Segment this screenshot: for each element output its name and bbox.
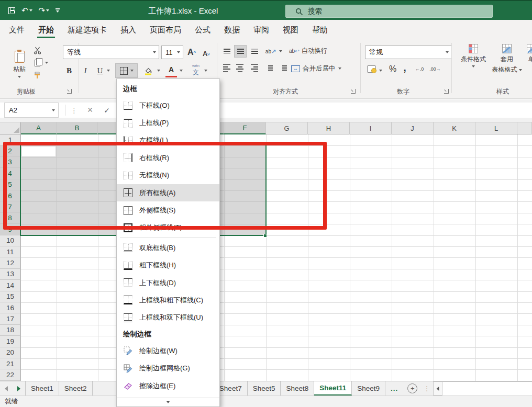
row-header-13[interactable]: 13 (0, 269, 21, 280)
name-box-options-icon[interactable]: ⋮ (68, 103, 81, 118)
selection-fill-handle[interactable] (263, 234, 267, 238)
ribbon-tab-7[interactable]: 审阅 (247, 20, 276, 40)
merge-center-button[interactable]: ↔ 合并后居中 (291, 62, 353, 75)
enter-button[interactable]: ✓ (101, 103, 113, 118)
italic-button[interactable]: I (80, 64, 91, 77)
row-header-4[interactable]: 4 (0, 168, 21, 179)
menu-item-13[interactable]: 上框线和粗下框线(C) (117, 291, 219, 309)
wrap-text-button[interactable]: ab↩ 自动换行 (289, 44, 347, 58)
orientation-dropdown-arrow[interactable] (279, 50, 282, 52)
percent-style-button[interactable]: % (386, 63, 399, 75)
menu-item-10[interactable]: 双底框线(B) (117, 239, 219, 256)
row-header-14[interactable]: 14 (0, 280, 21, 291)
menu-item-5[interactable]: 无框线(N) (117, 167, 219, 184)
row-header-1[interactable]: 1 (0, 134, 21, 145)
row-header-8[interactable]: 8 (0, 213, 21, 224)
sheet-tab-Sheet5[interactable]: Sheet5 (248, 381, 281, 395)
menu-item-6-highlighted[interactable]: 所有框线(A) (117, 184, 219, 201)
phonetic-guide-button[interactable]: wén 文 (189, 62, 203, 78)
format-painter-button[interactable] (31, 70, 43, 81)
column-header-K[interactable]: K (434, 122, 475, 134)
sheet-nav-right-icon[interactable] (13, 381, 25, 395)
orientation-button[interactable]: ab↗ (264, 45, 278, 58)
bold-button[interactable]: B (64, 64, 74, 77)
name-box[interactable]: A2 (4, 103, 59, 118)
row-header-9[interactable]: 9 (0, 224, 21, 235)
menu-item-3[interactable]: 左框线(L) (117, 132, 219, 149)
cut-button[interactable] (31, 45, 43, 55)
column-header-I[interactable]: I (350, 122, 392, 134)
grow-font-button[interactable]: A^ (185, 46, 198, 59)
horizontal-scrollbar[interactable] (442, 381, 532, 395)
menu-scroll-more-icon[interactable] (117, 398, 219, 406)
increase-indent-button[interactable] (278, 63, 289, 73)
align-left-button[interactable] (221, 63, 232, 73)
bottom-align-button[interactable] (249, 46, 260, 56)
redo-icon[interactable]: ↷ (39, 6, 50, 15)
select-all-corner[interactable] (0, 122, 21, 134)
menu-item-1[interactable]: 下框线(O) (117, 97, 219, 114)
worksheet-grid[interactable]: ABCDEFGHIJKL1234567891011121314151617181… (0, 122, 532, 381)
row-header-17[interactable]: 17 (0, 313, 21, 324)
column-header-B[interactable]: B (57, 122, 98, 134)
column-header-G[interactable]: G (266, 122, 308, 134)
sheet-tab-Sheet11-active[interactable]: Sheet11 (314, 381, 352, 395)
new-sheet-button[interactable]: + (407, 383, 417, 393)
clipboard-dialog-launcher[interactable] (67, 89, 72, 94)
middle-align-button[interactable] (234, 45, 247, 58)
ribbon-tab-9[interactable]: 帮助 (305, 20, 335, 40)
fill-color-dropdown-arrow[interactable] (157, 70, 160, 72)
menu-item-12[interactable]: 上下框线(D) (117, 274, 219, 291)
cancel-button[interactable]: × (84, 103, 96, 118)
row-header-3[interactable]: 3 (0, 157, 21, 168)
search-input[interactable]: 搜索 (285, 5, 493, 18)
column-header-J[interactable]: J (392, 122, 434, 134)
font-name-combo[interactable]: 等线 (63, 46, 159, 59)
decrease-decimal-button[interactable]: .00→ (428, 64, 442, 74)
underline-button[interactable]: U (95, 64, 105, 77)
conditional-formatting-button[interactable]: 条件格式 (457, 44, 490, 67)
menu-item-11[interactable]: 粗下框线(H) (117, 257, 219, 274)
menu-item-4[interactable]: 右框线(R) (117, 149, 219, 166)
sheet-tab-Sheet8[interactable]: Sheet8 (281, 381, 314, 395)
phonetic-dropdown-arrow[interactable] (204, 70, 207, 72)
borders-button[interactable] (115, 63, 138, 78)
menu-item-7[interactable]: 外侧框线(S) (117, 201, 219, 219)
row-header-6[interactable]: 6 (0, 190, 21, 201)
more-sheets-indicator[interactable]: ... (385, 381, 403, 395)
menu-item-2[interactable]: 上框线(P) (117, 114, 219, 131)
column-header-F[interactable]: F (224, 122, 266, 134)
number-dialog-launcher[interactable] (444, 89, 449, 94)
ribbon-tab-5[interactable]: 公式 (188, 20, 217, 40)
menu-item-16[interactable]: 绘制边框(W) (117, 342, 219, 359)
ribbon-tab-2[interactable]: 新建选项卡 (61, 20, 114, 40)
cell-styles-button[interactable]: 单 (524, 44, 532, 64)
menu-item-14[interactable]: 上框线和双下框线(U) (117, 309, 219, 326)
shrink-font-button[interactable]: A^ (200, 47, 213, 60)
copy-dropdown-arrow[interactable] (45, 62, 48, 64)
align-right-button[interactable] (249, 63, 260, 73)
column-header-H[interactable]: H (308, 122, 350, 134)
row-header-20[interactable]: 20 (0, 347, 21, 358)
paste-button[interactable]: 粘贴 (8, 44, 30, 85)
column-header-A[interactable]: A (21, 122, 57, 134)
underline-dropdown-arrow[interactable] (107, 70, 110, 72)
row-header-16[interactable]: 16 (0, 302, 21, 313)
font-color-button[interactable]: A (164, 63, 178, 78)
font-color-dropdown-arrow[interactable] (180, 70, 183, 72)
row-header-21[interactable]: 21 (0, 358, 21, 369)
ribbon-tab-1-active[interactable]: 开始 (31, 20, 61, 40)
hscroll-left-arrow[interactable] (433, 381, 442, 395)
sheet-nav-left-icon[interactable] (0, 381, 13, 395)
save-icon[interactable] (8, 7, 15, 14)
customize-qat-icon[interactable] (56, 8, 60, 13)
comma-style-button[interactable]: , (400, 61, 409, 74)
row-header-22[interactable]: 22 (0, 369, 21, 380)
increase-decimal-button[interactable]: ←.0 (413, 64, 426, 74)
ribbon-tab-3[interactable]: 插入 (114, 20, 143, 40)
font-size-combo[interactable]: 11 (161, 46, 183, 59)
copy-button[interactable] (31, 58, 43, 68)
column-header-partial[interactable] (517, 122, 532, 134)
sheet-tab-Sheet9[interactable]: Sheet9 (352, 381, 385, 395)
top-align-button[interactable] (221, 46, 232, 56)
